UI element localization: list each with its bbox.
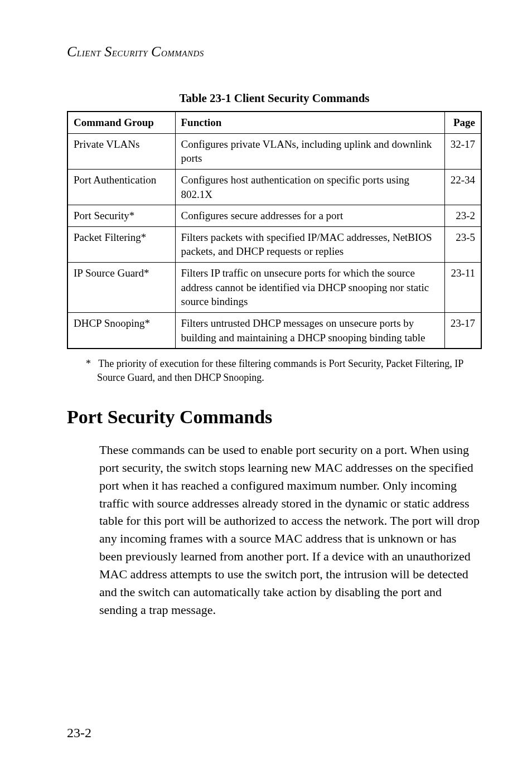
col-header-function: Function bbox=[175, 112, 444, 133]
cell-group: DHCP Snooping* bbox=[67, 313, 175, 349]
cell-group: Private VLANs bbox=[67, 133, 175, 169]
footnote-text: The priority of execution for these filt… bbox=[97, 358, 463, 383]
table-row: Packet Filtering* Filters packets with s… bbox=[67, 226, 481, 262]
cell-page: 32-17 bbox=[444, 133, 481, 169]
cell-group: Port Authentication bbox=[67, 169, 175, 205]
page-number: 23-2 bbox=[67, 725, 91, 741]
table-footnote: * The priority of execution for these fi… bbox=[86, 357, 476, 384]
col-header-group: Command Group bbox=[67, 112, 175, 133]
client-security-commands-table: Command Group Function Page Private VLAN… bbox=[67, 111, 482, 349]
col-header-page: Page bbox=[444, 112, 481, 133]
cell-page: 22-34 bbox=[444, 169, 481, 205]
table-row: Private VLANs Configures private VLANs, … bbox=[67, 133, 481, 169]
cell-page: 23-5 bbox=[444, 226, 481, 262]
table-row: DHCP Snooping* Filters untrusted DHCP me… bbox=[67, 313, 481, 349]
cell-group: Packet Filtering* bbox=[67, 226, 175, 262]
table-row: Port Security* Configures secure address… bbox=[67, 205, 481, 227]
table-row: IP Source Guard* Filters IP traffic on u… bbox=[67, 263, 481, 313]
cell-function: Filters IP traffic on unsecure ports for… bbox=[175, 263, 444, 313]
cell-function: Filters packets with specified IP/MAC ad… bbox=[175, 226, 444, 262]
cell-page: 23-11 bbox=[444, 263, 481, 313]
table-row: Port Authentication Configures host auth… bbox=[67, 169, 481, 205]
cell-function: Filters untrusted DHCP messages on unsec… bbox=[175, 313, 444, 349]
body-paragraph: These commands can be used to enable por… bbox=[99, 441, 482, 619]
section-heading-port-security-commands: Port Security Commands bbox=[67, 407, 482, 428]
table-caption: Table 23-1 Client Security Commands bbox=[67, 91, 482, 105]
footnote-marker: * bbox=[86, 358, 91, 369]
cell-group: IP Source Guard* bbox=[67, 263, 175, 313]
table-header-row: Command Group Function Page bbox=[67, 112, 481, 133]
cell-function: Configures host authentication on specif… bbox=[175, 169, 444, 205]
cell-function: Configures secure addresses for a port bbox=[175, 205, 444, 227]
running-header: Client Security Commands bbox=[67, 43, 482, 60]
cell-function: Configures private VLANs, including upli… bbox=[175, 133, 444, 169]
cell-group: Port Security* bbox=[67, 205, 175, 227]
cell-page: 23-17 bbox=[444, 313, 481, 349]
cell-page: 23-2 bbox=[444, 205, 481, 227]
